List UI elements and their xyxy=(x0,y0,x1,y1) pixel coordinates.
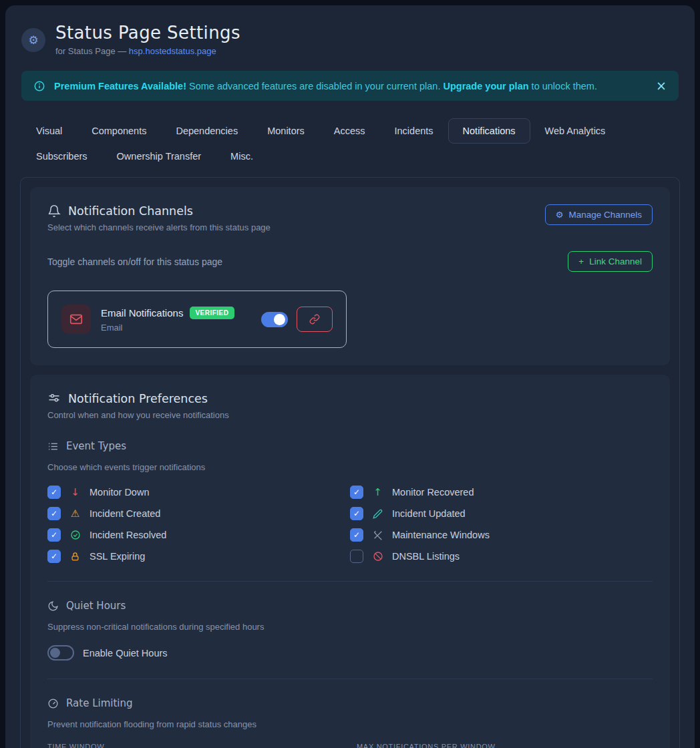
manage-channels-label: Manage Channels xyxy=(568,210,642,220)
divider xyxy=(47,679,653,679)
info-circle-icon xyxy=(33,80,45,92)
tab-incidents[interactable]: Incidents xyxy=(380,118,448,144)
event-label: Monitor Recovered xyxy=(392,487,474,498)
rate-limiting-header: Rate Limiting xyxy=(47,697,653,709)
checkbox[interactable]: ✓ xyxy=(47,550,61,563)
event-label: SSL Expiring xyxy=(90,551,145,562)
checkbox[interactable]: ✓ xyxy=(350,550,363,563)
banner-text: Premium Features Available! Some advance… xyxy=(54,81,597,91)
check-icon: ✓ xyxy=(353,488,360,497)
event-types-title-text: Event Types xyxy=(66,440,126,452)
event-types-hint: Choose which events trigger notification… xyxy=(47,462,653,472)
tab-dependencies[interactable]: Dependencies xyxy=(161,118,252,144)
event-label: DNSBL Listings xyxy=(392,551,460,562)
tools-icon xyxy=(371,530,384,540)
quiet-hours-hint: Suppress non-critical notifications duri… xyxy=(47,622,653,632)
gear-icon: ⚙ xyxy=(28,33,38,47)
quiet-hours-toggle[interactable] xyxy=(47,645,74,661)
page-title: Status Page Settings xyxy=(55,23,240,43)
event-type-incident-updated[interactable]: ✓ Incident Updated xyxy=(350,507,653,520)
quiet-hours-title-text: Quiet Hours xyxy=(66,600,126,612)
checkbox[interactable]: ✓ xyxy=(350,528,363,542)
check-icon: ✓ xyxy=(51,488,57,497)
event-label: Incident Created xyxy=(90,508,160,519)
plus-icon: + xyxy=(578,256,584,266)
event-type-dnsbl-listings[interactable]: ✓ DNSBL Listings xyxy=(350,550,653,563)
notification-channels-card: Notification Channels Select which chann… xyxy=(30,187,670,365)
preferences-title-text: Notification Preferences xyxy=(68,392,208,405)
settings-page: ⚙ Status Page Settings for Status Page —… xyxy=(5,5,695,748)
divider xyxy=(47,581,653,582)
banner-body: Some advanced features are disabled in y… xyxy=(186,81,443,91)
channel-name: Email Notifications xyxy=(101,307,183,319)
envelope-icon xyxy=(69,312,83,327)
check-icon: ✓ xyxy=(51,509,57,518)
bell-icon xyxy=(47,204,61,218)
status-page-link[interactable]: hsp.hostedstatus.page xyxy=(129,46,216,56)
checkbox[interactable]: ✓ xyxy=(350,486,363,499)
check-circle-icon xyxy=(69,530,81,540)
checkbox[interactable]: ✓ xyxy=(47,507,61,520)
close-icon: × xyxy=(656,78,667,93)
tab-ownership-transfer[interactable]: Ownership Transfer xyxy=(102,144,216,169)
list-icon xyxy=(47,441,59,452)
lock-icon xyxy=(69,552,81,562)
upgrade-plan-link[interactable]: Upgrade your plan xyxy=(443,81,528,91)
tab-subscribers[interactable]: Subscribers xyxy=(21,144,102,169)
check-icon: ✓ xyxy=(353,509,360,518)
tab-web-analytics[interactable]: Web Analytics xyxy=(530,118,621,144)
event-type-maintenance-windows[interactable]: ✓ Maintenance Windows xyxy=(350,528,653,542)
toggle-knob xyxy=(274,314,285,325)
quiet-hours-toggle-label: Enable Quiet Hours xyxy=(83,648,168,659)
gear-icon: ⚙ xyxy=(556,210,564,220)
banner-title: Premium Features Available! xyxy=(54,81,186,91)
tab-components[interactable]: Components xyxy=(77,118,161,144)
email-channel-card: Email Notifications VERIFIED Email xyxy=(47,291,347,348)
tab-access[interactable]: Access xyxy=(319,118,380,144)
tab-misc[interactable]: Misc. xyxy=(216,144,268,169)
event-types-header: Event Types xyxy=(47,440,653,452)
preferences-section-title: Notification Preferences xyxy=(47,392,653,405)
check-icon: ✓ xyxy=(51,530,57,540)
event-type-monitor-recovered[interactable]: ✓ ↑ Monitor Recovered xyxy=(350,486,653,499)
gauge-icon xyxy=(47,698,59,709)
arrow-down-icon: ↓ xyxy=(69,486,81,498)
ban-circle-icon xyxy=(371,551,384,562)
channel-link-button[interactable] xyxy=(297,307,333,332)
page-header: ⚙ Status Page Settings for Status Page —… xyxy=(20,23,680,56)
notifications-tab-panel: Notification Channels Select which chann… xyxy=(20,177,680,748)
event-types-grid: ✓ ↓ Monitor Down ✓ ↑ Monitor Recovered ✓… xyxy=(47,486,653,563)
check-icon: ✓ xyxy=(51,552,57,561)
channels-section-subtitle: Select which channels receive alerts fro… xyxy=(47,222,271,232)
email-channel-toggle[interactable] xyxy=(261,312,288,327)
manage-channels-button[interactable]: ⚙ Manage Channels xyxy=(545,204,653,225)
event-label: Incident Updated xyxy=(392,508,466,519)
checkbox[interactable]: ✓ xyxy=(47,528,61,542)
premium-banner: Premium Features Available! Some advance… xyxy=(21,71,679,101)
max-notifications-label: MAX NOTIFICATIONS PER WINDOW xyxy=(357,743,653,748)
banner-close-button[interactable]: × xyxy=(656,79,667,92)
event-type-incident-resolved[interactable]: ✓ Incident Resolved xyxy=(47,528,350,542)
notification-preferences-card: Notification Preferences Control when an… xyxy=(30,375,670,748)
link-channel-button[interactable]: + Link Channel xyxy=(568,251,653,272)
event-label: Maintenance Windows xyxy=(392,530,490,540)
channels-section-title: Notification Channels xyxy=(47,204,271,218)
rate-limiting-form: TIME WINDOW 15 minutes MAX NOTIFICATIONS… xyxy=(47,743,653,748)
tab-visual[interactable]: Visual xyxy=(21,118,77,144)
channels-title-text: Notification Channels xyxy=(68,204,193,218)
subtitle-prefix: for Status Page — xyxy=(55,46,129,56)
link-channel-label: Link Channel xyxy=(589,256,642,266)
channel-type: Email xyxy=(101,323,234,333)
event-label: Monitor Down xyxy=(90,487,149,498)
tab-monitors[interactable]: Monitors xyxy=(252,118,319,144)
event-type-ssl-expiring[interactable]: ✓ SSL Expiring xyxy=(47,550,350,563)
checkbox[interactable]: ✓ xyxy=(350,507,363,520)
rate-limiting-title-text: Rate Limiting xyxy=(66,697,133,709)
sliders-icon xyxy=(47,392,61,405)
event-type-incident-created[interactable]: ✓ ⚠ Incident Created xyxy=(47,507,350,520)
tab-notifications[interactable]: Notifications xyxy=(448,118,530,144)
checkbox[interactable]: ✓ xyxy=(47,486,61,499)
moon-icon xyxy=(47,600,59,612)
event-type-monitor-down[interactable]: ✓ ↓ Monitor Down xyxy=(47,486,350,499)
banner-suffix: to unlock them. xyxy=(529,81,597,91)
